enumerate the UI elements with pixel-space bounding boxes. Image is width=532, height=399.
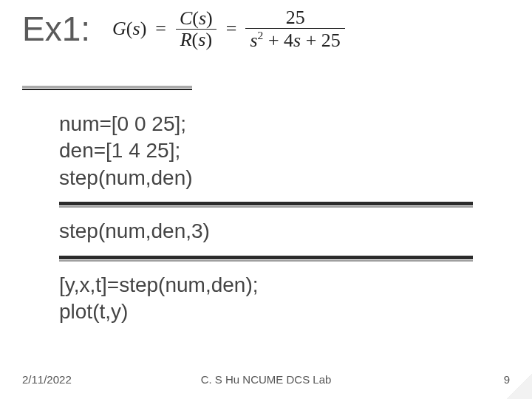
footer-author: C. S Hu NCUME DCS Lab [201,373,332,386]
page-corner-fold-icon [507,374,532,399]
eq-s1: s [250,30,257,51]
code-line: den=[1 4 25]; [59,137,495,164]
code-block-1: num=[0 0 25]; den=[1 4 25]; step(num,den… [59,111,495,191]
eq-r-arg: s [198,29,205,50]
footer-date: 2/11/2022 [22,373,72,386]
eq-c-arg: s [199,7,206,29]
slide: Ex1: G(s) = C(s) R(s) = 25 s2 + 4s + 25 [0,0,532,399]
eq-c: C [180,7,192,29]
eq-plus25: + 25 [306,30,341,51]
eq-exp: 2 [258,29,264,41]
divider [59,256,495,262]
footer: 2/11/2022 C. S Hu NCUME DCS Lab 9 [22,373,510,386]
divider [59,202,495,208]
equals-icon: = [152,19,169,38]
eq-num25: 25 [282,7,310,28]
code-line: num=[0 0 25]; [59,111,495,137]
content-area: num=[0 0 25]; den=[1 4 25]; step(num,den… [59,111,495,330]
eq-lhs-arg: s [133,18,140,39]
title-row: Ex1: G(s) = C(s) R(s) = 25 s2 + 4s + 25 [22,7,510,51]
code-line: step(num,den) [59,165,495,191]
eq-s2: s [293,30,301,51]
eq-r: R [180,29,192,50]
equals-icon-2: = [223,19,240,38]
eq-lhs: G [112,18,126,39]
code-block-2: step(num,den,3) [59,218,495,245]
code-line: step(num,den,3) [59,218,495,245]
code-block-3: [y,x,t]=step(num,den); plot(t,y) [59,272,495,326]
code-line: [y,x,t]=step(num,den); [59,272,495,299]
eq-plus4: + 4 [268,30,293,51]
fraction-numbers: 25 s2 + 4s + 25 [245,7,344,51]
code-line: plot(t,y) [59,299,495,325]
fraction-cr: C(s) R(s) [175,8,217,50]
slide-title: Ex1: [22,9,90,49]
transfer-function-equation: G(s) = C(s) R(s) = 25 s2 + 4s + 25 [112,7,345,51]
